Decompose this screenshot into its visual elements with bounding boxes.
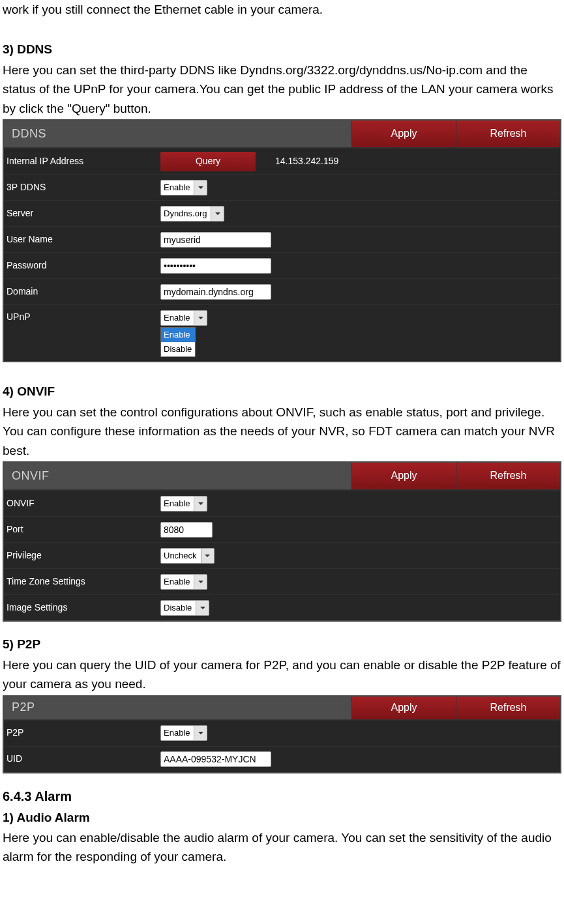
p2p-heading: 5) P2P bbox=[3, 635, 561, 654]
onvif-heading: 4) ONVIF bbox=[3, 382, 561, 401]
panel-title: ONVIF bbox=[12, 467, 351, 485]
chevron-down-icon bbox=[201, 549, 214, 563]
upnp-option-disable[interactable]: Disable bbox=[161, 342, 195, 356]
chevron-down-icon bbox=[211, 207, 224, 221]
upnp-option-enable[interactable]: Enable bbox=[161, 328, 195, 342]
intro-text: work if you still connect the Ethernet c… bbox=[3, 0, 561, 19]
upnp-select[interactable]: Enable bbox=[160, 310, 207, 326]
chevron-down-icon bbox=[194, 497, 207, 511]
uid-input[interactable] bbox=[160, 751, 271, 767]
p2p-panel: P2P Apply Refresh P2P Enable UID bbox=[3, 695, 561, 773]
internal-ip-value: 14.153.242.159 bbox=[275, 154, 338, 169]
domain-label: Domain bbox=[5, 285, 160, 299]
timezone-label: Time Zone Settings bbox=[5, 575, 160, 589]
apply-button[interactable]: Apply bbox=[351, 697, 456, 719]
refresh-button[interactable]: Refresh bbox=[456, 463, 560, 489]
p2p-select[interactable]: Enable bbox=[160, 725, 207, 741]
onvif-label: ONVIF bbox=[5, 497, 160, 511]
chevron-down-icon bbox=[196, 601, 209, 615]
apply-button[interactable]: Apply bbox=[351, 463, 456, 489]
panel-title: DDNS bbox=[12, 125, 351, 143]
server-label: Server bbox=[5, 207, 160, 221]
audio-alarm-heading: 1) Audio Alarm bbox=[3, 808, 561, 827]
privilege-select[interactable]: Uncheck bbox=[160, 548, 215, 564]
internal-ip-label: Internal IP Address bbox=[5, 154, 160, 169]
p2p-label: P2P bbox=[5, 726, 160, 740]
3p-ddns-select[interactable]: Enable bbox=[160, 180, 207, 195]
ddns-heading: 3) DDNS bbox=[3, 40, 561, 59]
port-label: Port bbox=[5, 523, 160, 537]
refresh-button[interactable]: Refresh bbox=[456, 121, 560, 147]
ddns-panel: DDNS Apply Refresh Internal IP Address Q… bbox=[3, 119, 561, 362]
3p-ddns-label: 3P DDNS bbox=[5, 180, 160, 195]
chevron-down-icon bbox=[194, 180, 207, 195]
uid-label: UID bbox=[5, 752, 160, 766]
chevron-down-icon bbox=[194, 575, 207, 589]
port-input[interactable] bbox=[160, 522, 213, 538]
alarm-section-heading: 6.4.3 Alarm bbox=[3, 787, 561, 807]
ddns-description: Here you can set the third-party DDNS li… bbox=[3, 61, 561, 118]
password-label: Password bbox=[5, 259, 160, 273]
p2p-description: Here you can query the UID of your camer… bbox=[3, 656, 561, 694]
username-input[interactable] bbox=[160, 232, 271, 248]
password-input[interactable] bbox=[160, 258, 271, 274]
image-settings-select[interactable]: Disable bbox=[160, 600, 209, 616]
username-label: User Name bbox=[5, 233, 160, 247]
refresh-button[interactable]: Refresh bbox=[456, 697, 560, 719]
server-select[interactable]: Dyndns.org bbox=[160, 206, 224, 222]
upnp-label: UPnP bbox=[5, 310, 160, 325]
chevron-down-icon bbox=[194, 726, 207, 740]
image-settings-label: Image Settings bbox=[5, 601, 160, 615]
onvif-panel: ONVIF Apply Refresh ONVIF Enable Port Pr… bbox=[3, 461, 561, 622]
domain-input[interactable] bbox=[160, 284, 271, 300]
onvif-description: Here you can set the control configurati… bbox=[3, 403, 561, 460]
apply-button[interactable]: Apply bbox=[351, 121, 456, 147]
query-button[interactable]: Query bbox=[160, 152, 256, 171]
chevron-down-icon bbox=[194, 311, 207, 325]
timezone-select[interactable]: Enable bbox=[160, 574, 207, 590]
upnp-dropdown-list[interactable]: Enable Disable bbox=[160, 327, 196, 357]
privilege-label: Privilege bbox=[5, 549, 160, 563]
audio-alarm-description: Here you can enable/disable the audio al… bbox=[3, 828, 561, 867]
onvif-select[interactable]: Enable bbox=[160, 496, 207, 512]
panel-title: P2P bbox=[12, 699, 351, 717]
